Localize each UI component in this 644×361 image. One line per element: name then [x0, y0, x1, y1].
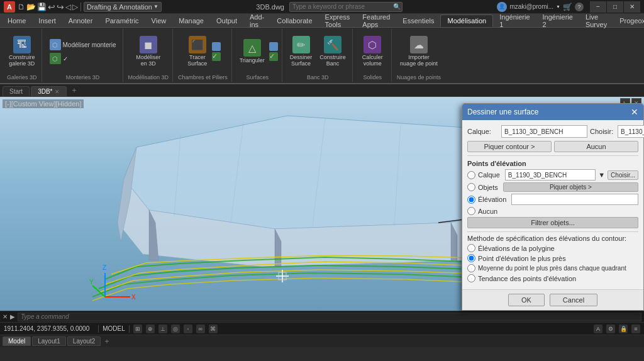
radio-elevation[interactable]	[467, 196, 475, 204]
calculer-volume-btn[interactable]: ⬡ Calculervolume	[360, 34, 386, 69]
undo-icon[interactable]: ↩	[48, 2, 55, 12]
ribbon-group-solides: ⬡ Calculervolume Solides	[354, 29, 392, 82]
doc-tab-close-icon[interactable]: ✕	[55, 89, 60, 95]
minimize-button[interactable]: −	[590, 1, 606, 13]
layout-tab-layout2[interactable]: Layout2	[67, 336, 101, 346]
tab-insert[interactable]: Insert	[32, 14, 62, 27]
search-icon: 🔍	[393, 3, 401, 10]
piquer-objets-btn[interactable]: Piquer objets >	[503, 182, 638, 192]
redo-icon[interactable]: ↪	[57, 2, 64, 12]
add-layout-button[interactable]: +	[102, 336, 111, 347]
tab-parametric[interactable]: Paramétric	[99, 14, 145, 27]
radio-nearest[interactable]	[467, 254, 475, 262]
calque-input[interactable]	[505, 169, 596, 181]
tab-view[interactable]: View	[145, 14, 173, 27]
tab-collaborate[interactable]: Collaborate	[270, 14, 318, 27]
chambres-sub2-btn[interactable]: ✓	[212, 52, 221, 61]
layout-tab-layout1[interactable]: Layout1	[32, 336, 66, 346]
grid-icon[interactable]: ⊞	[133, 325, 142, 333]
calque-dropdown-icon[interactable]: ▼	[598, 171, 605, 179]
layout-tab-model[interactable]: Model	[3, 336, 31, 346]
chambres-sub1-btn[interactable]	[212, 42, 221, 51]
construire-banc-btn[interactable]: 🔨 ConstruireBanc	[317, 34, 348, 69]
surfaces-sub2-btn[interactable]: ✓	[269, 52, 278, 61]
piquer-contour-btn[interactable]: Piquer contour >	[467, 141, 552, 152]
tab-essentiels[interactable]: Essentiels	[396, 14, 440, 27]
piquer-contour-row: Piquer contour > Aucun	[467, 141, 638, 152]
surfaces-sub1-btn[interactable]	[269, 42, 278, 51]
lock-icon[interactable]: 🔒	[619, 325, 628, 333]
radio-polygine[interactable]	[467, 244, 475, 252]
filter-btn[interactable]: Filtrer objets...	[467, 217, 638, 228]
user-area: 👤 mzaki@promi... ▼ 🛒 ?	[497, 2, 584, 12]
ribbon-group-nuages: ☁ Importernuage de point Nuages de point…	[393, 29, 445, 82]
add-tab-button[interactable]: +	[68, 85, 80, 96]
cart-icon[interactable]: 🛒	[563, 3, 572, 11]
calque-choisir-btn[interactable]: Choisir...	[608, 170, 638, 180]
osnap-icon[interactable]: ◦	[184, 325, 192, 333]
choose-input[interactable]	[618, 125, 644, 138]
command-close-icon[interactable]: ✕	[3, 313, 8, 320]
command-input[interactable]	[21, 313, 638, 320]
ribbon-tabs-bar: Home Insert Annoter Paramétric View Mana…	[0, 14, 644, 28]
command-input-area[interactable]	[18, 313, 641, 321]
snap-icon[interactable]: ⊕	[146, 325, 155, 333]
search-input[interactable]	[289, 2, 402, 12]
ribbon-group-banc3d: ✏ DessinerSurface 🔨 ConstruireBanc Banc …	[284, 29, 353, 82]
save-icon[interactable]: 💾	[37, 3, 47, 11]
radio-objets[interactable]	[467, 183, 475, 191]
modeliser-monterie-btn[interactable]: ⬡ Modéliser monterie	[47, 38, 119, 51]
modeliser-monterie2-btn[interactable]: ⬡ ✓	[47, 52, 119, 65]
maximize-button[interactable]: □	[607, 1, 623, 13]
new-icon[interactable]: 🗋	[18, 3, 25, 11]
workspace-icon[interactable]: ⚙	[606, 325, 615, 333]
doc-tab-start[interactable]: Start	[3, 86, 30, 96]
help-icon[interactable]: ?	[575, 3, 584, 11]
dessiner-surface-btn[interactable]: ✏ DessinerSurface	[287, 34, 315, 69]
back-icon[interactable]: ◁	[65, 3, 71, 11]
tab-modelisation[interactable]: Modélisation	[440, 14, 493, 27]
workspace-selector[interactable]: Drafting & Annotation ▼	[84, 2, 162, 12]
separator2	[467, 231, 638, 232]
importer-nuage-btn[interactable]: ☁ Importernuage de point	[397, 34, 440, 69]
polar-icon[interactable]: ◎	[171, 325, 180, 333]
radio-average[interactable]	[467, 264, 475, 272]
tab-express[interactable]: Express Tools	[319, 14, 357, 27]
tab-ingenierie2[interactable]: Ingénierie 2	[536, 14, 579, 27]
close-button[interactable]: ✕	[624, 1, 640, 13]
ortho-icon[interactable]: ⊥	[158, 325, 167, 333]
doc-tab-3db[interactable]: 3DB* ✕	[31, 86, 67, 96]
dialog-close-button[interactable]: ✕	[631, 107, 638, 117]
tab-ingenierie1[interactable]: Ingénierie 1	[493, 14, 536, 27]
contour-method-title: Methode de spécification des élévations …	[467, 235, 638, 242]
tab-output[interactable]: Output	[210, 14, 243, 27]
trianguler-btn[interactable]: △ Trianguler	[237, 37, 267, 66]
radio-calque[interactable]	[467, 171, 475, 179]
tab-manage[interactable]: Manage	[172, 14, 210, 27]
search-bar: 3DB.dwg 🔍	[164, 2, 495, 12]
elevation-input[interactable]	[511, 194, 638, 205]
settings-icon[interactable]: ≡	[631, 325, 640, 333]
tracer-surface-btn[interactable]: ⬛ TracerSurface	[185, 34, 210, 69]
radio-trend[interactable]	[467, 274, 475, 282]
tab-addins[interactable]: Add-ins	[243, 14, 270, 27]
layer-input[interactable]	[501, 125, 587, 138]
open-icon[interactable]: 📂	[26, 3, 36, 11]
tab-livesurvey[interactable]: Live Survey	[579, 14, 613, 27]
forward-icon[interactable]: ▷	[72, 3, 78, 11]
radio-aucun[interactable]	[467, 207, 475, 215]
modeliser-3d-btn[interactable]: ◼ Modéliseren 3D	[133, 34, 163, 69]
tab-progeox[interactable]: Progeox	[613, 14, 644, 27]
cancel-button[interactable]: Cancel	[550, 294, 597, 306]
construire-galerie-btn[interactable]: 🏗 Construiregalerie 3D	[6, 34, 38, 69]
tab-home[interactable]: Home	[1, 14, 32, 27]
otrack-icon[interactable]: ∞	[196, 325, 205, 333]
dynmode-icon[interactable]: ⌘	[209, 325, 218, 333]
annotation-icon[interactable]: A	[594, 325, 602, 333]
group-label-banc3d: Banc 3D	[307, 74, 329, 81]
tab-annoter[interactable]: Annoter	[62, 14, 99, 27]
tab-featured[interactable]: Featured Apps	[356, 14, 396, 27]
dialog-title-text: Dessiner une surface	[467, 108, 538, 116]
none-btn[interactable]: Aucun	[554, 141, 638, 152]
ok-button[interactable]: OK	[508, 294, 545, 306]
